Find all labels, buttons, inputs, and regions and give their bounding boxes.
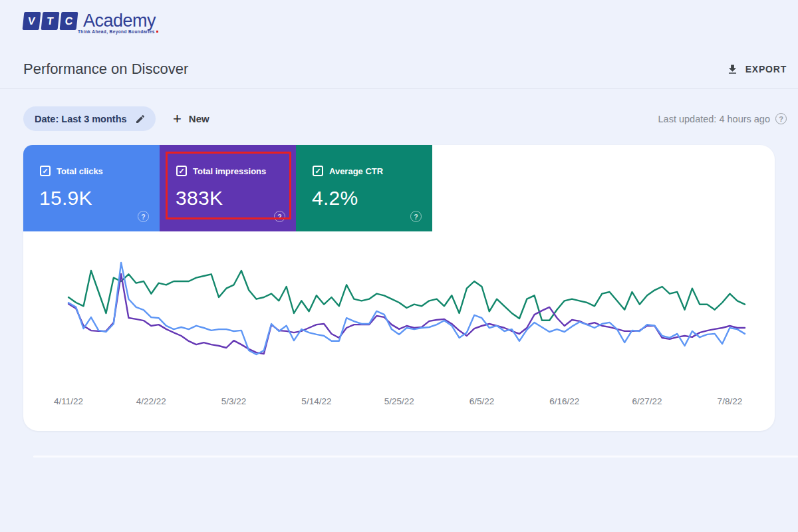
date-filter-label: Date: Last 3 months: [35, 114, 127, 124]
x-axis-label: 5/14/22: [301, 396, 331, 406]
edit-pencil-icon[interactable]: [135, 114, 146, 124]
x-axis-label: 4/11/22: [54, 396, 83, 406]
x-axis-label: 6/16/22: [549, 396, 579, 406]
section-divider: [33, 456, 798, 458]
metric-card-ctr[interactable]: ✓ Average CTR 4.2% ?: [296, 145, 432, 231]
x-axis-label: 6/5/22: [469, 396, 495, 406]
page: { "logo": { "box_letters": ["V", "T", "C…: [0, 0, 798, 532]
checkbox-checked[interactable]: ✓: [313, 166, 323, 176]
logo-letter-box: T: [41, 12, 60, 30]
x-axis-label: 4/22/22: [136, 396, 166, 406]
checkbox-check-icon: ✓: [42, 168, 48, 175]
x-axis-label: 7/8/22: [718, 396, 743, 406]
help-icon[interactable]: ?: [775, 113, 787, 124]
logo-letter-boxes: VTC: [23, 12, 78, 30]
metric-value: 15.9K: [39, 187, 92, 209]
date-filter-chip[interactable]: Date: Last 3 months: [23, 106, 156, 131]
metric-help-icon[interactable]: ?: [410, 211, 422, 222]
header-divider: [0, 88, 798, 89]
export-label: EXPORT: [745, 64, 787, 74]
metric-cards-row: ✓ Total clicks 15.9K ? ✓ Total impressio…: [23, 145, 432, 231]
metric-card-impressions[interactable]: ✓ Total impressions 383K ?: [160, 145, 296, 231]
checkbox-checked[interactable]: ✓: [40, 166, 51, 176]
last-updated: Last updated: 4 hours ago ?: [658, 106, 787, 131]
page-title: Performance on Discover: [23, 61, 188, 78]
download-icon: [726, 63, 739, 76]
performance-card: 4/11/224/22/225/3/225/14/225/25/226/5/22…: [23, 145, 775, 431]
new-button-label: New: [189, 113, 209, 124]
export-button[interactable]: EXPORT: [726, 59, 787, 79]
logo-letter-box: V: [23, 12, 41, 30]
vtc-academy-logo: VTC Academy Think Ahead, Beyond Boundari…: [23, 11, 158, 34]
logo-red-dot: [156, 31, 158, 33]
metric-card-clicks[interactable]: ✓ Total clicks 15.9K ?: [23, 145, 160, 231]
logo-brand-text: Academy: [83, 11, 156, 31]
x-axis-label: 5/3/22: [221, 396, 247, 406]
x-axis-label: 5/25/22: [384, 396, 414, 406]
metric-label: Total clicks: [57, 166, 103, 176]
logo-letter-box: C: [60, 12, 78, 30]
metric-label: Average CTR: [329, 166, 383, 176]
checkbox-check-icon: ✓: [315, 168, 321, 175]
x-axis-label: 6/27/22: [632, 396, 662, 406]
chart-line-impressions: [68, 274, 745, 354]
last-updated-text: Last updated: 4 hours ago: [658, 114, 771, 124]
metric-label: Total impressions: [193, 166, 266, 176]
plus-icon: +: [173, 112, 182, 126]
metric-help-icon[interactable]: ?: [138, 211, 149, 222]
new-filter-button[interactable]: + New: [173, 106, 209, 131]
metric-help-icon[interactable]: ?: [274, 211, 285, 222]
logo-tagline: Think Ahead, Beyond Boundaries: [78, 29, 155, 34]
chart-line-ctr: [68, 271, 745, 321]
checkbox-checked[interactable]: ✓: [176, 166, 187, 176]
metric-value: 4.2%: [312, 187, 358, 209]
checkbox-check-icon: ✓: [178, 168, 184, 175]
metric-value: 383K: [176, 187, 223, 209]
